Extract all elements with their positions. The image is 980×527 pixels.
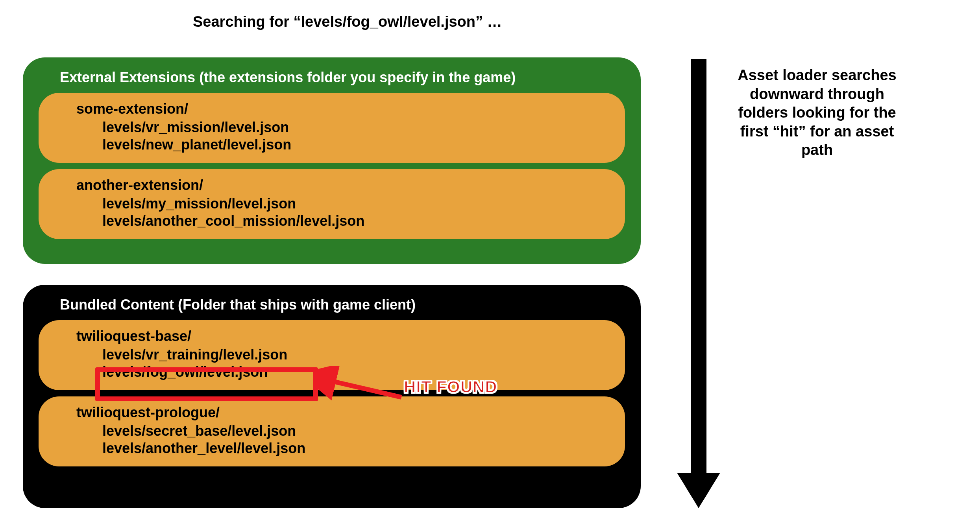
hit-highlight-box xyxy=(95,367,318,401)
bundle-name: twilioquest-base/ xyxy=(76,328,609,345)
hit-arrow-icon xyxy=(315,366,405,409)
external-extensions-panel: External Extensions (the extensions fold… xyxy=(23,57,641,264)
svg-line-1 xyxy=(327,380,401,397)
arrow-down-icon xyxy=(685,59,712,507)
extension-path: levels/my_mission/level.json xyxy=(76,195,609,212)
hit-found-label: HIT FOUND xyxy=(404,378,497,396)
extension-name: some-extension/ xyxy=(76,101,609,117)
bundle-path: levels/secret_base/level.json xyxy=(76,422,609,440)
extension-path: levels/new_planet/level.json xyxy=(76,136,609,153)
bundled-content-title: Bundled Content (Folder that ships with … xyxy=(39,297,625,313)
extension-path: levels/vr_mission/level.json xyxy=(76,119,609,136)
search-description: Asset loader searches downward through f… xyxy=(734,66,900,160)
extension-path: levels/another_cool_mission/level.json xyxy=(76,212,609,230)
extension-name: another-extension/ xyxy=(76,177,609,193)
bundle-path: levels/vr_training/level.json xyxy=(76,346,609,363)
search-heading: Searching for “levels/fog_owl/level.json… xyxy=(193,13,502,30)
bundle-path: levels/another_level/level.json xyxy=(76,440,609,457)
extension-item: some-extension/ levels/vr_mission/level.… xyxy=(39,93,625,163)
extension-item: another-extension/ levels/my_mission/lev… xyxy=(39,169,625,239)
external-extensions-title: External Extensions (the extensions fold… xyxy=(39,69,625,86)
